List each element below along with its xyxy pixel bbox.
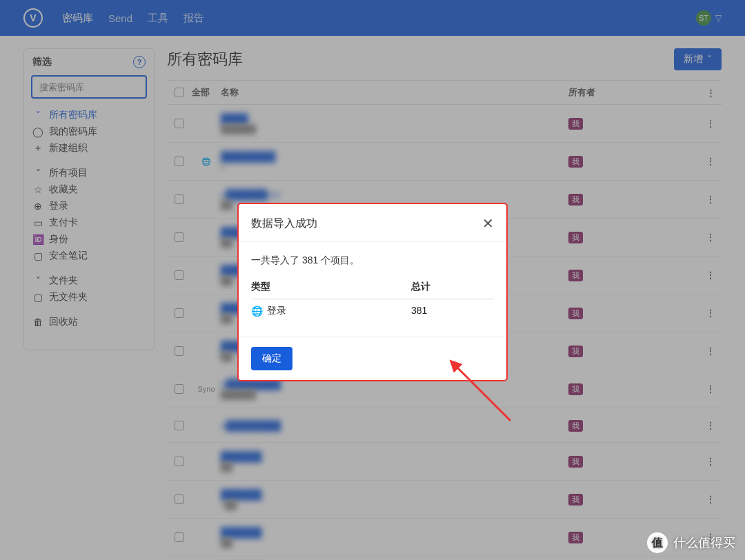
modal-table-header: 类型 总计: [251, 275, 494, 299]
close-icon[interactable]: ✕: [482, 215, 494, 232]
modal-footer: 确定: [239, 337, 506, 380]
modal-col-type: 类型: [251, 281, 411, 293]
globe-icon: 🌐: [251, 306, 263, 317]
modal-message: 一共导入了 381 个项目。: [251, 254, 494, 267]
import-success-modal: 数据导入成功 ✕ 一共导入了 381 个项目。 类型 总计 🌐 登录 381 确…: [239, 204, 506, 380]
modal-header: 数据导入成功 ✕: [239, 204, 506, 241]
modal-col-total: 总计: [411, 281, 494, 293]
modal-row-total: 381: [411, 305, 494, 317]
modal-body: 一共导入了 381 个项目。 类型 总计 🌐 登录 381: [239, 241, 506, 337]
watermark-badge: 值: [647, 532, 668, 553]
modal-table: 类型 总计 🌐 登录 381: [251, 275, 494, 323]
modal-title: 数据导入成功: [251, 217, 317, 231]
watermark: 值 什么值得买: [647, 532, 735, 553]
ok-button[interactable]: 确定: [251, 347, 292, 370]
modal-table-row: 🌐 登录 381: [251, 299, 494, 323]
modal-row-type: 登录: [267, 305, 286, 317]
watermark-text: 什么值得买: [673, 534, 735, 551]
